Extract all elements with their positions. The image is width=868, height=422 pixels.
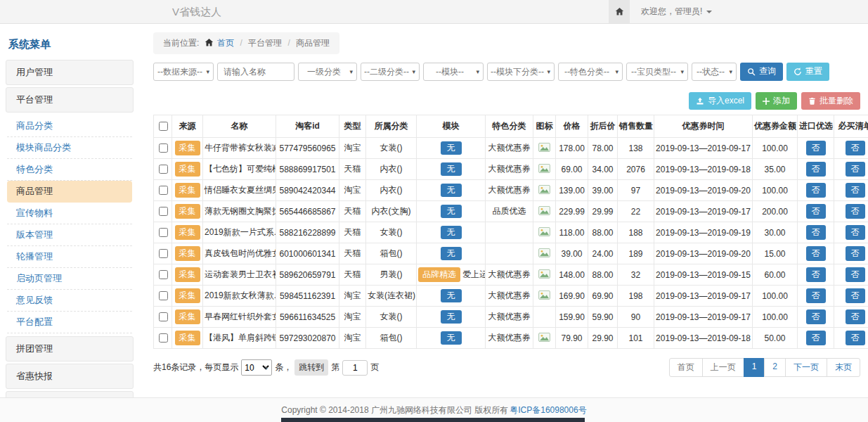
import-select-toggle[interactable]: 否 xyxy=(806,183,826,198)
row-checkbox[interactable] xyxy=(159,249,168,258)
name-search-input[interactable] xyxy=(217,63,294,81)
sidebar-group-top-0[interactable]: 用户管理 xyxy=(6,60,134,85)
sidebar-item-8[interactable]: 意见反馈 xyxy=(7,290,132,312)
must-buy-toggle[interactable]: 否 xyxy=(846,331,865,345)
row-checkbox[interactable] xyxy=(159,270,168,279)
jump-page-input[interactable] xyxy=(342,360,368,376)
sidebar-item-0[interactable]: 商品分类 xyxy=(7,115,132,137)
user-menu[interactable]: 欢迎您，管理员! xyxy=(641,6,712,18)
cell-coupon-time: 2019-09-13—2019-09-20 xyxy=(654,180,753,201)
filter-feature-select[interactable]: --特色分类-- xyxy=(558,63,623,81)
cell-category: 内衣(文胸) xyxy=(366,201,417,222)
cell-taoke-id: 598451162391 xyxy=(276,286,339,307)
search-button[interactable]: 查询 xyxy=(740,63,783,80)
must-buy-toggle[interactable]: 否 xyxy=(846,204,865,219)
row-checkbox[interactable] xyxy=(159,333,168,343)
jump-button[interactable]: 跳转到 xyxy=(294,359,328,376)
cell-discount-price: 24.00 xyxy=(588,243,618,264)
trash-icon xyxy=(808,97,816,105)
sidebar-group-bottom-0[interactable]: 拼团管理 xyxy=(6,336,134,362)
page-button-2[interactable]: 1 xyxy=(744,358,765,377)
select-all-checkbox[interactable] xyxy=(159,122,168,131)
import-select-toggle[interactable]: 否 xyxy=(806,246,826,261)
cell-feature: 大额优惠券 xyxy=(486,328,533,349)
must-buy-toggle[interactable]: 否 xyxy=(846,225,865,240)
page-button-0[interactable]: 首页 xyxy=(669,358,703,377)
cell-sales: 198 xyxy=(618,286,654,307)
page-button-3[interactable]: 2 xyxy=(764,358,786,377)
module-badge: 无 xyxy=(441,310,462,324)
must-buy-toggle[interactable]: 否 xyxy=(846,288,865,303)
import-select-toggle[interactable]: 否 xyxy=(806,225,826,240)
sidebar-item-1[interactable]: 模块商品分类 xyxy=(7,137,132,159)
breadcrumb-home-link[interactable]: 首页 xyxy=(217,38,234,48)
filter-status-select[interactable]: --状态-- xyxy=(692,63,737,81)
icp-link[interactable]: 粤ICP备16098006号 xyxy=(510,404,586,416)
row-checkbox[interactable] xyxy=(159,291,168,300)
must-buy-toggle[interactable]: 否 xyxy=(846,141,865,155)
reset-button[interactable]: 重置 xyxy=(786,63,829,80)
table-row: 采集2019新款女秋薄款...598451162391淘宝女装(连衣裙)无大额优… xyxy=(154,286,868,307)
page-button-5[interactable]: 末页 xyxy=(827,358,860,377)
sidebar-item-9[interactable]: 平台配置 xyxy=(7,312,132,333)
row-checkbox[interactable] xyxy=(159,228,168,237)
column-header-13: 进口优选 xyxy=(798,115,834,138)
sidebar-item-4[interactable]: 宣传物料 xyxy=(7,203,132,224)
import-select-toggle[interactable]: 否 xyxy=(806,204,826,219)
sidebar-group-bottom-1[interactable]: 省惠快报 xyxy=(6,364,134,389)
table-row: 采集情侣睡衣女夏丝绸男士...589042420344淘宝内衣()无大额优惠券1… xyxy=(154,180,868,201)
cell-name: 真皮钱包时尚优雅女士... xyxy=(203,243,276,264)
cell-import_select: 否 xyxy=(798,180,834,201)
cell-source: 采集 xyxy=(172,264,203,286)
must-buy-toggle[interactable]: 否 xyxy=(846,309,865,324)
page-button-4[interactable]: 下一页 xyxy=(785,358,827,377)
row-checkbox[interactable] xyxy=(159,207,168,216)
cell-discount-price: 39.00 xyxy=(588,180,618,201)
page-button-1[interactable]: 上一页 xyxy=(702,358,744,377)
cell-type: 天猫 xyxy=(339,222,366,243)
filter-level2-select[interactable]: --二级分类-- xyxy=(361,63,420,81)
sidebar-item-3[interactable]: 商品管理 xyxy=(7,181,132,203)
row-checkbox[interactable] xyxy=(159,312,168,321)
per-page-select[interactable]: 10 xyxy=(241,359,272,376)
cell-coupon-amount: 100.00 xyxy=(753,180,798,201)
add-button[interactable]: 添加 xyxy=(756,92,797,110)
row-checkbox[interactable] xyxy=(159,143,168,153)
cell-category: 内衣() xyxy=(366,180,417,201)
import-select-toggle[interactable]: 否 xyxy=(806,331,826,345)
cell-name: 【港风】单肩斜跨链条... xyxy=(203,328,276,349)
filter-level1-select[interactable]: 一级分类 xyxy=(298,63,357,81)
cell-source: 采集 xyxy=(172,201,203,222)
home-button[interactable] xyxy=(609,0,630,23)
import-select-toggle[interactable]: 否 xyxy=(806,141,826,155)
must-buy-toggle[interactable]: 否 xyxy=(846,267,865,282)
must-buy-toggle[interactable]: 否 xyxy=(846,162,865,177)
filter-module-sub-select[interactable]: --模块下分类-- xyxy=(487,63,555,81)
cell-sales: 188 xyxy=(618,222,654,243)
cell-feature: 大额优惠券 xyxy=(486,307,533,328)
row-checkbox[interactable] xyxy=(159,186,168,195)
cell-coupon-amount: 100.00 xyxy=(753,138,798,159)
must-buy-toggle[interactable]: 否 xyxy=(846,246,865,261)
sidebar-item-7[interactable]: 启动页管理 xyxy=(7,268,132,290)
sidebar-item-5[interactable]: 版本管理 xyxy=(7,224,132,246)
import-select-toggle[interactable]: 否 xyxy=(806,162,826,177)
sidebar-group-top-1[interactable]: 平台管理 xyxy=(6,87,134,113)
filter-module-select[interactable]: --模块-- xyxy=(423,63,484,81)
source-badge: 采集 xyxy=(175,183,200,198)
batch-delete-button[interactable]: 批量删除 xyxy=(801,92,860,110)
cell-coupon-time: 2019-09-13—2019-09-18 xyxy=(654,328,753,349)
import-select-toggle[interactable]: 否 xyxy=(806,288,826,303)
filter-source-select[interactable]: --数据来源-- xyxy=(153,63,214,81)
row-checkbox[interactable] xyxy=(159,165,168,174)
filter-itemtype-select[interactable]: --宝贝类型-- xyxy=(626,63,688,81)
import-excel-button[interactable]: 导入excel xyxy=(689,92,751,110)
must-buy-toggle[interactable]: 否 xyxy=(846,183,865,198)
image-icon xyxy=(538,164,550,173)
sidebar-item-6[interactable]: 轮播管理 xyxy=(7,246,132,268)
sidebar-item-2[interactable]: 特色分类 xyxy=(7,159,132,181)
import-select-toggle[interactable]: 否 xyxy=(806,267,826,282)
column-header-14: 必买清单 xyxy=(834,115,868,138)
table-row: 采集2019新款一片式系...588216228899天猫女装()无118.00… xyxy=(154,222,868,243)
import-select-toggle[interactable]: 否 xyxy=(806,309,826,324)
